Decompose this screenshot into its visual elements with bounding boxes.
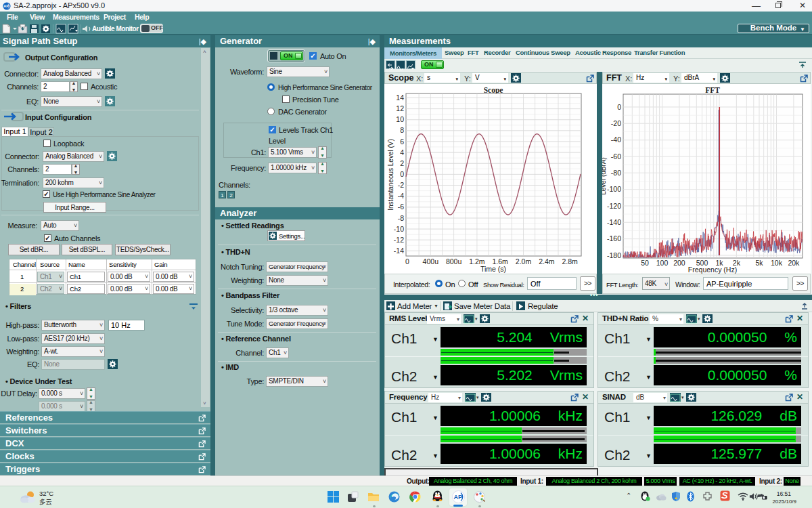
svg-text:0: 0 xyxy=(400,170,404,178)
svg-text:-8: -8 xyxy=(398,214,404,222)
svg-text:-20: -20 xyxy=(611,119,621,127)
svg-text:0: 0 xyxy=(617,103,621,111)
svg-text:2: 2 xyxy=(400,159,404,167)
svg-text:14: 14 xyxy=(396,93,404,102)
svg-text:4: 4 xyxy=(400,148,404,156)
svg-text:Level (dBrA): Level (dBrA) xyxy=(602,157,607,195)
svg-text:-40: -40 xyxy=(611,135,621,144)
svg-text:2.8m: 2.8m xyxy=(562,257,578,266)
svg-text:20k: 20k xyxy=(788,259,800,267)
svg-text:800u: 800u xyxy=(446,257,462,266)
svg-text:8: 8 xyxy=(400,126,404,134)
svg-text:100: 100 xyxy=(656,259,669,267)
svg-text:Time (s): Time (s) xyxy=(480,265,506,273)
svg-text:-100: -100 xyxy=(607,185,621,193)
svg-text:400u: 400u xyxy=(423,257,439,266)
svg-text:Frequency (Hz): Frequency (Hz) xyxy=(688,266,737,274)
svg-text:-12: -12 xyxy=(394,236,404,244)
svg-text:-6: -6 xyxy=(398,203,404,211)
svg-text:AP: AP xyxy=(453,494,462,501)
svg-text:2.0m: 2.0m xyxy=(516,257,532,266)
svg-text:6: 6 xyxy=(400,137,404,146)
svg-text:-10: -10 xyxy=(394,225,404,233)
svg-text:-4: -4 xyxy=(398,192,404,200)
svg-text:Instantaneous Level (V): Instantaneous Level (V) xyxy=(387,139,394,211)
svg-text:10: 10 xyxy=(396,115,404,123)
svg-text:-60: -60 xyxy=(611,152,621,161)
svg-text:200: 200 xyxy=(673,259,685,267)
svg-text:AP: AP xyxy=(3,4,9,8)
svg-text:0: 0 xyxy=(405,257,409,266)
svg-text:FFT: FFT xyxy=(705,86,720,94)
svg-text:-80: -80 xyxy=(611,169,621,177)
svg-text:12: 12 xyxy=(396,104,404,112)
svg-text:-160: -160 xyxy=(607,234,621,242)
svg-text:-14: -14 xyxy=(394,247,404,255)
svg-text:-180: -180 xyxy=(607,251,621,259)
svg-text:2.4m: 2.4m xyxy=(539,257,555,266)
svg-text:10k: 10k xyxy=(771,259,783,267)
svg-text:-2: -2 xyxy=(398,181,404,189)
svg-text:5k: 5k xyxy=(755,259,763,267)
svg-text:-120: -120 xyxy=(607,202,621,210)
svg-text:-140: -140 xyxy=(607,218,621,226)
svg-text:50: 50 xyxy=(641,259,649,267)
